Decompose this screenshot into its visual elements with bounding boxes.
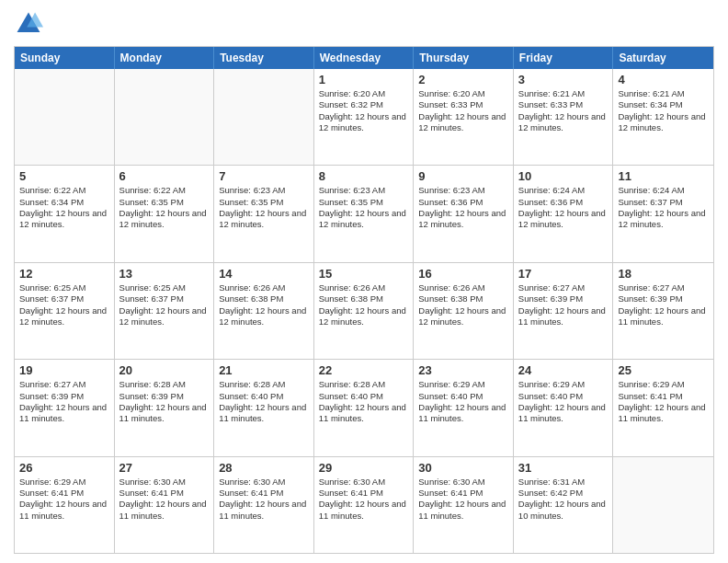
day-number: 26 (19, 461, 109, 475)
calendar-cell: 20Sunrise: 6:28 AM Sunset: 6:39 PM Dayli… (115, 360, 215, 455)
calendar-cell: 3Sunrise: 6:21 AM Sunset: 6:33 PM Daylig… (514, 69, 614, 165)
calendar-row: 12Sunrise: 6:25 AM Sunset: 6:37 PM Dayli… (15, 262, 713, 359)
calendar-cell (15, 69, 115, 165)
header-cell-wednesday: Wednesday (314, 47, 415, 69)
day-number: 17 (518, 267, 609, 281)
day-number: 13 (119, 267, 210, 281)
calendar-row: 1Sunrise: 6:20 AM Sunset: 6:32 PM Daylig… (15, 69, 713, 165)
calendar-cell (115, 69, 215, 165)
calendar-cell: 21Sunrise: 6:28 AM Sunset: 6:40 PM Dayli… (214, 360, 314, 455)
day-info: Sunrise: 6:23 AM Sunset: 6:36 PM Dayligh… (418, 185, 508, 230)
day-number: 22 (319, 363, 409, 377)
day-number: 29 (319, 461, 409, 475)
day-info: Sunrise: 6:21 AM Sunset: 6:34 PM Dayligh… (618, 88, 709, 133)
calendar-cell: 10Sunrise: 6:24 AM Sunset: 6:36 PM Dayli… (514, 166, 614, 261)
day-number: 14 (219, 267, 309, 281)
day-number: 15 (319, 267, 409, 281)
day-info: Sunrise: 6:26 AM Sunset: 6:38 PM Dayligh… (219, 282, 309, 327)
day-info: Sunrise: 6:23 AM Sunset: 6:35 PM Dayligh… (319, 185, 409, 230)
calendar-cell: 11Sunrise: 6:24 AM Sunset: 6:37 PM Dayli… (613, 166, 713, 261)
day-info: Sunrise: 6:21 AM Sunset: 6:33 PM Dayligh… (518, 88, 609, 133)
day-info: Sunrise: 6:29 AM Sunset: 6:41 PM Dayligh… (19, 477, 109, 522)
calendar-cell: 24Sunrise: 6:29 AM Sunset: 6:40 PM Dayli… (514, 360, 614, 455)
day-info: Sunrise: 6:29 AM Sunset: 6:41 PM Dayligh… (618, 379, 709, 424)
day-number: 11 (618, 169, 709, 183)
header-cell-sunday: Sunday (15, 47, 115, 69)
day-info: Sunrise: 6:27 AM Sunset: 6:39 PM Dayligh… (518, 282, 609, 327)
calendar-cell: 30Sunrise: 6:30 AM Sunset: 6:41 PM Dayli… (414, 457, 514, 553)
day-number: 2 (418, 73, 508, 86)
day-info: Sunrise: 6:29 AM Sunset: 6:40 PM Dayligh… (418, 379, 508, 424)
calendar-cell: 23Sunrise: 6:29 AM Sunset: 6:40 PM Dayli… (414, 360, 514, 455)
day-number: 25 (618, 363, 709, 377)
calendar-cell: 9Sunrise: 6:23 AM Sunset: 6:36 PM Daylig… (414, 166, 514, 261)
day-number: 27 (119, 461, 210, 475)
calendar-row: 5Sunrise: 6:22 AM Sunset: 6:34 PM Daylig… (15, 165, 713, 261)
calendar-cell: 28Sunrise: 6:30 AM Sunset: 6:41 PM Dayli… (214, 457, 314, 553)
day-info: Sunrise: 6:28 AM Sunset: 6:40 PM Dayligh… (219, 379, 309, 424)
day-info: Sunrise: 6:29 AM Sunset: 6:40 PM Dayligh… (518, 379, 609, 424)
day-info: Sunrise: 6:31 AM Sunset: 6:42 PM Dayligh… (518, 477, 609, 522)
day-number: 24 (518, 363, 609, 377)
header-cell-monday: Monday (115, 47, 215, 69)
day-info: Sunrise: 6:30 AM Sunset: 6:41 PM Dayligh… (418, 477, 508, 522)
calendar-cell: 8Sunrise: 6:23 AM Sunset: 6:35 PM Daylig… (314, 166, 415, 261)
calendar-cell: 14Sunrise: 6:26 AM Sunset: 6:38 PM Dayli… (214, 263, 314, 359)
day-number: 1 (319, 73, 409, 86)
calendar-cell: 18Sunrise: 6:27 AM Sunset: 6:39 PM Dayli… (613, 263, 713, 359)
header-cell-friday: Friday (514, 47, 614, 69)
calendar-row: 19Sunrise: 6:27 AM Sunset: 6:39 PM Dayli… (15, 359, 713, 455)
calendar-row: 26Sunrise: 6:29 AM Sunset: 6:41 PM Dayli… (15, 456, 713, 553)
day-info: Sunrise: 6:28 AM Sunset: 6:40 PM Dayligh… (319, 379, 409, 424)
calendar-cell: 2Sunrise: 6:20 AM Sunset: 6:33 PM Daylig… (414, 69, 514, 165)
day-number: 18 (618, 267, 709, 281)
logo (14, 9, 47, 39)
day-info: Sunrise: 6:30 AM Sunset: 6:41 PM Dayligh… (319, 477, 409, 522)
calendar-cell: 31Sunrise: 6:31 AM Sunset: 6:42 PM Dayli… (514, 457, 614, 553)
header-cell-tuesday: Tuesday (214, 47, 314, 69)
day-info: Sunrise: 6:28 AM Sunset: 6:39 PM Dayligh… (119, 379, 210, 424)
header-cell-thursday: Thursday (414, 47, 514, 69)
day-info: Sunrise: 6:24 AM Sunset: 6:36 PM Dayligh… (518, 185, 609, 230)
logo-icon (14, 9, 43, 39)
day-info: Sunrise: 6:22 AM Sunset: 6:34 PM Dayligh… (19, 185, 109, 230)
day-info: Sunrise: 6:26 AM Sunset: 6:38 PM Dayligh… (319, 282, 409, 327)
day-number: 9 (418, 169, 508, 183)
page: SundayMondayTuesdayWednesdayThursdayFrid… (0, 0, 728, 563)
calendar-cell: 13Sunrise: 6:25 AM Sunset: 6:37 PM Dayli… (115, 263, 215, 359)
calendar-cell: 19Sunrise: 6:27 AM Sunset: 6:39 PM Dayli… (15, 360, 115, 455)
day-info: Sunrise: 6:27 AM Sunset: 6:39 PM Dayligh… (618, 282, 709, 327)
day-number: 8 (319, 169, 409, 183)
calendar-cell: 16Sunrise: 6:26 AM Sunset: 6:38 PM Dayli… (414, 263, 514, 359)
calendar-cell (613, 457, 713, 553)
header (14, 9, 714, 39)
day-info: Sunrise: 6:30 AM Sunset: 6:41 PM Dayligh… (119, 477, 210, 522)
day-number: 20 (119, 363, 210, 377)
day-number: 12 (19, 267, 109, 281)
header-cell-saturday: Saturday (613, 47, 713, 69)
day-number: 21 (219, 363, 309, 377)
calendar-cell: 5Sunrise: 6:22 AM Sunset: 6:34 PM Daylig… (15, 166, 115, 261)
day-number: 10 (518, 169, 609, 183)
calendar-cell: 22Sunrise: 6:28 AM Sunset: 6:40 PM Dayli… (314, 360, 415, 455)
day-number: 30 (418, 461, 508, 475)
day-info: Sunrise: 6:30 AM Sunset: 6:41 PM Dayligh… (219, 477, 309, 522)
calendar-header: SundayMondayTuesdayWednesdayThursdayFrid… (15, 47, 713, 69)
day-info: Sunrise: 6:23 AM Sunset: 6:35 PM Dayligh… (219, 185, 309, 230)
day-info: Sunrise: 6:24 AM Sunset: 6:37 PM Dayligh… (618, 185, 709, 230)
day-info: Sunrise: 6:25 AM Sunset: 6:37 PM Dayligh… (119, 282, 210, 327)
day-number: 28 (219, 461, 309, 475)
calendar-cell: 4Sunrise: 6:21 AM Sunset: 6:34 PM Daylig… (613, 69, 713, 165)
day-info: Sunrise: 6:22 AM Sunset: 6:35 PM Dayligh… (119, 185, 210, 230)
day-number: 5 (19, 169, 109, 183)
day-number: 19 (19, 363, 109, 377)
calendar-cell: 27Sunrise: 6:30 AM Sunset: 6:41 PM Dayli… (115, 457, 215, 553)
day-info: Sunrise: 6:26 AM Sunset: 6:38 PM Dayligh… (418, 282, 508, 327)
calendar-cell: 29Sunrise: 6:30 AM Sunset: 6:41 PM Dayli… (314, 457, 415, 553)
day-info: Sunrise: 6:27 AM Sunset: 6:39 PM Dayligh… (19, 379, 109, 424)
calendar-cell: 17Sunrise: 6:27 AM Sunset: 6:39 PM Dayli… (514, 263, 614, 359)
day-info: Sunrise: 6:25 AM Sunset: 6:37 PM Dayligh… (19, 282, 109, 327)
day-info: Sunrise: 6:20 AM Sunset: 6:32 PM Dayligh… (319, 88, 409, 133)
day-number: 16 (418, 267, 508, 281)
calendar-body: 1Sunrise: 6:20 AM Sunset: 6:32 PM Daylig… (15, 69, 713, 553)
